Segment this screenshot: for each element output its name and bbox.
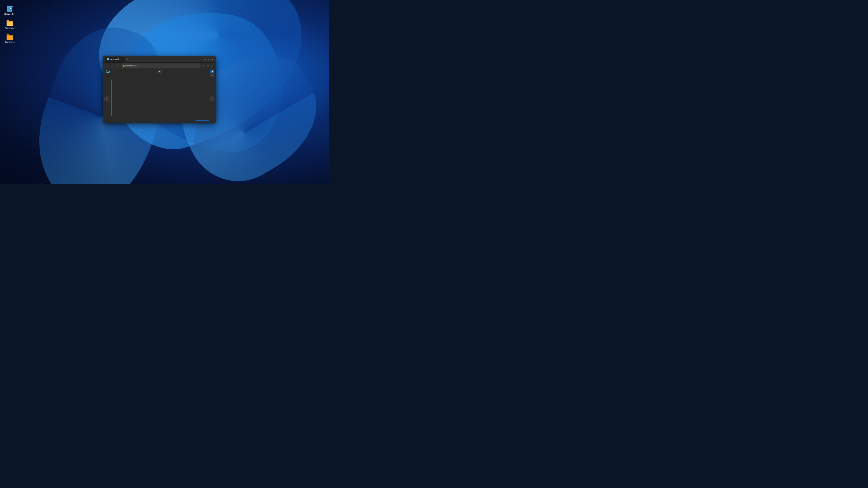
text-cursor-indicator [111, 79, 112, 116]
app-logo [105, 70, 111, 74]
templates-folder-icon[interactable]: Templates [2, 18, 18, 30]
address-input[interactable]: 🔒 localhost:5237 [121, 64, 200, 68]
tab-close-btn[interactable]: × [120, 58, 122, 61]
recycle-bin-icon[interactable]: Recycle Bin [2, 4, 18, 16]
refresh-button[interactable]: ↻ [116, 64, 120, 68]
recycle-bin-label: Recycle Bin [4, 13, 15, 15]
svg-rect-2 [9, 6, 11, 6]
new-tab-button[interactable]: + [125, 57, 130, 61]
tab-area: mote-pad × + [105, 57, 204, 62]
title-bar: mote-pad × + — □ ✕ [103, 56, 216, 62]
favorites-icon[interactable]: ★ [206, 64, 210, 68]
conferences-folder-icon[interactable]: Conferen... [2, 32, 18, 44]
close-button[interactable]: ✕ [211, 58, 214, 61]
recycle-bin-image [6, 5, 13, 12]
svg-line-3 [8, 8, 9, 11]
transport-controls: ■ [157, 70, 162, 73]
app-logo-icon [105, 70, 111, 74]
primary-action-button[interactable]: ■ [211, 70, 214, 73]
main-area: ‹ › [103, 75, 216, 123]
next-arrow[interactable]: › [210, 96, 215, 101]
tab-label: mote-pad [110, 58, 119, 60]
desktop-icons: Recycle Bin Templates Conferen... [0, 2, 20, 46]
templates-folder-image [6, 19, 13, 26]
transport-button[interactable]: ■ [157, 70, 162, 73]
minimize-button[interactable]: — [204, 58, 207, 61]
window-controls: — □ ✕ [204, 58, 214, 61]
lock-icon: 🔒 [123, 65, 125, 67]
forward-button[interactable]: → [110, 64, 114, 68]
tab-favicon [107, 58, 109, 60]
settings-icon[interactable]: ⋯ [211, 64, 214, 68]
maximize-button[interactable]: □ [208, 58, 211, 61]
scroll-indicator[interactable] [195, 121, 209, 121]
conferences-folder-image [6, 33, 13, 40]
prev-arrow[interactable]: ‹ [104, 96, 109, 101]
templates-label: Templates [5, 27, 14, 29]
app-content: ■ ■ ↺ ‹ › [103, 69, 216, 123]
address-bar: ← → ↻ 🔒 localhost:5237 ⊕ ★ ⋯ [103, 62, 216, 69]
extensions-icon[interactable]: ⊕ [202, 64, 206, 68]
conferences-label: Conferen... [5, 41, 15, 43]
browser-window: mote-pad × + — □ ✕ ← → ↻ 🔒 [103, 56, 216, 123]
sidebar-menu-toggle[interactable] [113, 70, 114, 73]
toolbar-icons: ⊕ ★ ⋯ [202, 64, 214, 68]
url-text: localhost:5237 [125, 65, 138, 67]
back-button[interactable]: ← [105, 64, 109, 68]
app-header: ■ ■ ↺ [103, 69, 216, 75]
active-tab[interactable]: mote-pad × [105, 57, 125, 62]
